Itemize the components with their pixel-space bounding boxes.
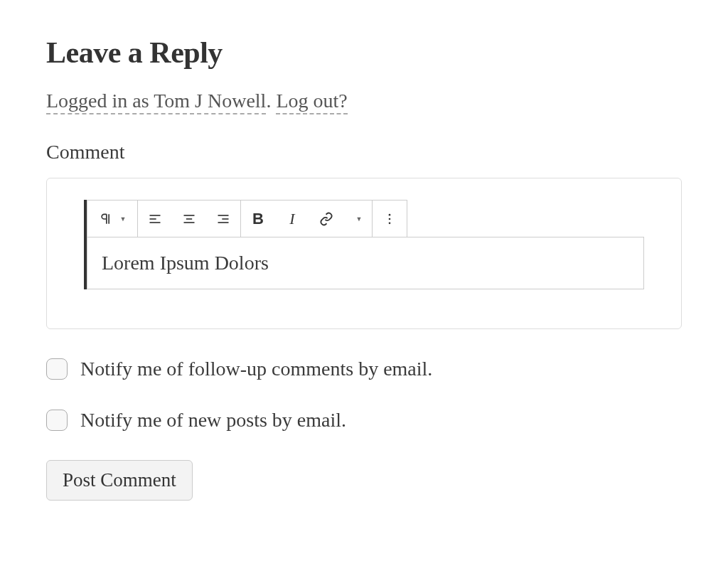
paragraph-type-button[interactable]: ▼ — [87, 201, 137, 237]
comment-textarea[interactable]: Lorem Ipsum Dolors — [87, 237, 644, 289]
followup-checkbox-row: Notify me of follow-up comments by email… — [46, 358, 682, 380]
dropdown-arrow-icon: ▼ — [120, 215, 127, 223]
more-formatting-button[interactable]: ▼ — [343, 201, 372, 237]
followup-label: Notify me of follow-up comments by email… — [80, 358, 432, 380]
login-prefix: Logged in as — [46, 90, 154, 112]
post-comment-button[interactable]: Post Comment — [46, 460, 193, 501]
more-options-button[interactable] — [373, 201, 407, 237]
login-status: Logged in as Tom J Nowell. Log out? — [46, 90, 348, 112]
pilcrow-icon — [99, 211, 113, 227]
login-separator: . — [266, 90, 276, 112]
bold-button[interactable]: B — [241, 201, 275, 237]
bold-icon: B — [252, 210, 264, 228]
dropdown-arrow-icon: ▼ — [356, 215, 363, 223]
align-left-icon — [148, 212, 162, 226]
align-center-icon — [182, 212, 196, 226]
editor-toolbar: ▼ — [87, 200, 407, 237]
link-icon — [319, 212, 333, 226]
toolbar-group-more — [373, 201, 407, 237]
align-left-button[interactable] — [138, 201, 172, 237]
svg-point-9 — [389, 213, 391, 215]
align-right-button[interactable] — [206, 201, 240, 237]
newposts-checkbox-row: Notify me of new posts by email. — [46, 409, 682, 432]
toolbar-group-format: B I ▼ — [241, 201, 373, 237]
align-center-button[interactable] — [172, 201, 206, 237]
comment-editor-frame: ▼ — [46, 178, 682, 329]
link-button[interactable] — [309, 201, 343, 237]
newposts-checkbox[interactable] — [46, 410, 68, 431]
more-vertical-icon — [382, 212, 397, 226]
logged-in-as-link[interactable]: Logged in as Tom J Nowell — [46, 90, 266, 114]
login-username: Tom J Nowell — [154, 90, 266, 112]
followup-checkbox[interactable] — [46, 358, 68, 380]
svg-point-10 — [389, 218, 391, 220]
italic-icon: I — [289, 210, 294, 228]
editor-block: ▼ — [84, 200, 644, 289]
comment-field-label: Comment — [46, 141, 682, 164]
newposts-label: Notify me of new posts by email. — [80, 409, 346, 432]
reply-heading: Leave a Reply — [46, 36, 682, 70]
toolbar-group-paragraph: ▼ — [87, 201, 138, 237]
italic-button[interactable]: I — [275, 201, 309, 237]
svg-point-11 — [389, 222, 391, 224]
logout-link[interactable]: Log out? — [276, 90, 347, 114]
align-right-icon — [216, 212, 230, 226]
toolbar-group-align — [138, 201, 241, 237]
